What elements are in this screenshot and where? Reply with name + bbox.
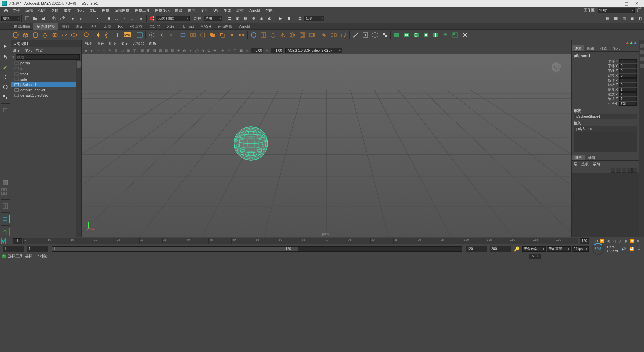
- uv-3dcut-icon[interactable]: [441, 31, 449, 39]
- autokey-icon[interactable]: 🔑: [514, 246, 520, 252]
- shelf-tab[interactable]: MASH: [197, 23, 215, 30]
- mode-dropdown[interactable]: 建模: [1, 16, 20, 21]
- uv-cyl-icon[interactable]: [402, 31, 411, 39]
- snap-live-icon[interactable]: ◈: [137, 15, 145, 22]
- vt-gate-icon[interactable]: ▣: [125, 48, 131, 53]
- gamma-field[interactable]: 1.00: [271, 48, 283, 53]
- viewport-menu-item[interactable]: 面板: [149, 41, 156, 46]
- layout-quad-icon[interactable]: [1, 188, 10, 197]
- colorspace-dropdown[interactable]: ACES 1.0 SDR-video (sRGB): [285, 48, 342, 53]
- reflect-icon[interactable]: [157, 31, 165, 39]
- last-tool[interactable]: [1, 106, 10, 115]
- polysphere-icon[interactable]: [11, 31, 20, 39]
- connect-icon[interactable]: [371, 31, 379, 39]
- outliner-tree[interactable]: persptopfrontsidepSphere1defaultLightSet…: [11, 60, 81, 237]
- extrude-icon[interactable]: [320, 31, 328, 39]
- attr-value[interactable]: 1: [619, 92, 637, 96]
- type-icon[interactable]: T: [113, 31, 122, 39]
- menu-网格工具[interactable]: 网格工具: [132, 7, 152, 14]
- attr-value[interactable]: 0: [619, 69, 637, 73]
- menu-显示[interactable]: 显示: [74, 7, 87, 14]
- select-tool[interactable]: [1, 42, 10, 51]
- move-tool[interactable]: [1, 73, 10, 81]
- helix-icon[interactable]: [104, 31, 112, 39]
- shelf-tab[interactable]: XGen: [164, 23, 180, 30]
- menu-编辑网格[interactable]: 编辑网格: [112, 7, 132, 14]
- polycube-icon[interactable]: [21, 31, 30, 39]
- shelf-tab[interactable]: 多边形建模: [33, 23, 58, 30]
- layer-menu-item[interactable]: 层: [574, 162, 577, 167]
- rstrip-icon[interactable]: [640, 57, 644, 61]
- viewport-menu-item[interactable]: 渲染器: [133, 41, 144, 46]
- vt-xray-icon[interactable]: ▢: [232, 48, 237, 53]
- input-node[interactable]: polySphere1: [574, 126, 637, 132]
- mel-label[interactable]: MEL: [529, 254, 541, 259]
- vt-img-icon[interactable]: ▫: [95, 48, 101, 53]
- layer-tab[interactable]: 动画: [585, 155, 598, 160]
- outliner-menu-item[interactable]: 显示: [24, 48, 32, 53]
- panel-icon1[interactable]: ▤: [604, 15, 611, 22]
- lock-icon[interactable]: [637, 8, 641, 12]
- outliner-toggle-icon[interactable]: [1, 215, 10, 223]
- channel-tab[interactable]: 对象: [597, 45, 610, 51]
- attr-value[interactable]: 0: [619, 74, 637, 78]
- outliner-search-input[interactable]: [16, 54, 80, 60]
- shelf-tab[interactable]: 自定义: [146, 23, 164, 30]
- vt-grease-icon[interactable]: ✎: [107, 48, 113, 53]
- combine-icon[interactable]: [179, 31, 187, 39]
- range-bar[interactable]: 1120: [52, 246, 462, 252]
- attr-value[interactable]: 0: [619, 64, 637, 68]
- vt-expo-icon[interactable]: ☼: [244, 48, 250, 53]
- superellipse-icon[interactable]: [94, 31, 102, 39]
- shelf-tab[interactable]: 雕刻: [58, 23, 72, 30]
- vt-dof-icon[interactable]: ◓: [212, 48, 217, 53]
- menu-帮助[interactable]: 帮助: [263, 7, 275, 14]
- vt-tex-icon[interactable]: ▤: [170, 48, 175, 53]
- panel-icon2[interactable]: ▦: [612, 15, 620, 22]
- shelf-tab[interactable]: 渲染: [101, 23, 115, 30]
- rotate-tool[interactable]: [1, 83, 10, 91]
- sculpt-icon[interactable]: [308, 31, 316, 39]
- layer-btn2-icon[interactable]: [616, 168, 621, 173]
- shelf-tab[interactable]: FX 缓存: [126, 23, 146, 30]
- search-tool-icon[interactable]: [1, 228, 10, 236]
- layer-menu-item[interactable]: 帮助: [593, 162, 600, 167]
- layer-btn5-icon[interactable]: [632, 168, 637, 173]
- panel-icon4[interactable]: ▣: [628, 15, 636, 22]
- menu-曲面[interactable]: 曲面: [185, 7, 198, 14]
- outliner-menu-item[interactable]: 展示: [13, 48, 20, 53]
- vt-cam-icon[interactable]: ■: [83, 48, 89, 53]
- soft-select-icon[interactable]: [147, 31, 156, 39]
- uv-auto-icon[interactable]: [422, 31, 430, 39]
- smooth-icon[interactable]: [249, 31, 258, 39]
- loop-icon[interactable]: 🔁: [629, 247, 634, 251]
- vt-film-icon[interactable]: ▭: [119, 48, 125, 53]
- menu-网格显示[interactable]: 网格显示: [152, 7, 172, 14]
- remesh-icon[interactable]: [288, 31, 297, 39]
- bool-inter-icon[interactable]: [227, 31, 236, 39]
- outliner-node[interactable]: top: [11, 66, 81, 71]
- viewport-canvas[interactable]: persp 前右: [82, 54, 571, 237]
- svg-icon[interactable]: SVG: [123, 31, 131, 39]
- range-end-field[interactable]: 120: [466, 246, 487, 252]
- ipr-icon[interactable]: ▤: [242, 15, 249, 22]
- channel-tab[interactable]: 通道: [572, 45, 584, 51]
- channel-tab[interactable]: 编辑: [584, 45, 597, 51]
- live-surface-icon[interactable]: 🧲: [148, 15, 156, 22]
- menu-文件[interactable]: 文件: [10, 7, 23, 14]
- login-dropdown[interactable]: 登录: [304, 16, 324, 21]
- snap-plane-icon[interactable]: ▱: [129, 15, 137, 22]
- vt-ao-icon[interactable]: ◯: [194, 48, 199, 53]
- vt-shade1-icon[interactable]: ▦: [140, 48, 145, 53]
- layout-single-icon[interactable]: [1, 178, 10, 187]
- sphere-object[interactable]: [232, 125, 269, 162]
- shape-node[interactable]: pSphereShape1: [574, 114, 637, 119]
- vt-light1-icon[interactable]: ☀: [176, 48, 181, 53]
- uv-sphere-icon[interactable]: [412, 31, 420, 39]
- attr-value[interactable]: 启用: [619, 102, 637, 106]
- range-start-field[interactable]: 1: [3, 246, 24, 252]
- history-icon[interactable]: ≣: [226, 15, 233, 22]
- vt-safe-icon[interactable]: ◫: [131, 48, 137, 53]
- attr-value[interactable]: 1: [619, 88, 637, 92]
- range-end2-field[interactable]: 200: [490, 246, 511, 252]
